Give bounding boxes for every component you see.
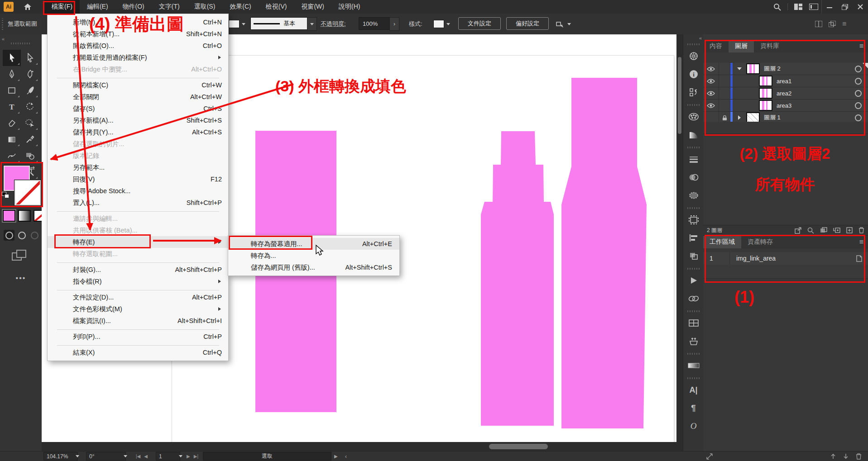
submenu-item[interactable]: 轉存為... xyxy=(228,250,399,261)
visibility-toggle[interactable] xyxy=(703,100,719,111)
layer-thumbnail[interactable] xyxy=(759,76,772,86)
submenu-item[interactable]: 轉存為螢幕適用... Alt+Ctrl+E xyxy=(228,238,399,250)
layer-row[interactable]: area2 xyxy=(703,87,868,100)
target-circle[interactable] xyxy=(855,114,862,121)
target-circle[interactable] xyxy=(855,102,862,109)
artboard-page-icon[interactable] xyxy=(855,255,863,262)
opacity-field[interactable]: 100% xyxy=(359,17,392,30)
move-up-icon[interactable] xyxy=(830,453,836,459)
document-setup-button[interactable]: 文件設定 xyxy=(458,17,501,30)
vertical-scrollbar-thumb[interactable] xyxy=(678,57,681,134)
menu-item[interactable]: 檔案資訊(I)... Alt+Shift+Ctrl+I xyxy=(48,315,228,327)
collapse-toolbar-icon[interactable]: « xyxy=(2,36,5,42)
expand-panels-icon[interactable]: « xyxy=(699,35,702,41)
layer-row[interactable]: area3 xyxy=(703,100,868,112)
new-layer-icon[interactable] xyxy=(846,227,853,233)
lock-toggle[interactable] xyxy=(719,75,730,87)
menubar-item[interactable]: 檢視(V) xyxy=(259,0,294,14)
menu-item[interactable]: 回復(V) F12 xyxy=(48,173,228,185)
tab-libraries[interactable]: 資料庫 xyxy=(754,40,786,52)
gradient-bar-icon[interactable] xyxy=(683,356,704,375)
close-icon[interactable] xyxy=(853,0,868,14)
tab-layers[interactable]: 圖層 xyxy=(729,40,754,52)
menu-item[interactable]: 全部關閉 Alt+Ctrl+W xyxy=(48,91,228,103)
tab-asset-export[interactable]: 資產轉存 xyxy=(741,236,779,248)
type-tool[interactable]: T xyxy=(3,99,21,115)
menu-item[interactable]: 轉存選取範圍... xyxy=(48,248,228,260)
layer-name[interactable]: area2 xyxy=(777,90,855,97)
menu-item[interactable] xyxy=(48,327,228,331)
panel-group-grip[interactable] xyxy=(687,207,700,209)
magenta-bottle-large[interactable] xyxy=(561,78,647,428)
panel-group-grip[interactable] xyxy=(687,353,700,355)
lasso-select-tool[interactable] xyxy=(21,115,39,131)
menubar-item[interactable]: 物件(O) xyxy=(115,0,152,14)
horizontal-scrollbar-thumb[interactable] xyxy=(489,444,548,449)
menu-item[interactable]: 封裝(G)... Alt+Shift+Ctrl+P xyxy=(48,264,228,276)
restore-icon[interactable] xyxy=(837,0,853,14)
curvature-tool[interactable] xyxy=(21,66,39,82)
brush-dropdown-button[interactable] xyxy=(307,17,317,31)
stack-icon[interactable] xyxy=(829,21,836,27)
gradient-fan-icon[interactable] xyxy=(683,126,704,144)
swap-fill-stroke-icon[interactable]: ⇄ xyxy=(30,165,35,171)
tab-content[interactable]: 內容 xyxy=(703,40,729,52)
clip-mask-icon[interactable] xyxy=(820,227,827,233)
menu-icon[interactable]: ≡ xyxy=(842,20,846,28)
eraser-tool[interactable] xyxy=(3,115,21,131)
screen-mode-button[interactable] xyxy=(12,250,25,261)
transparency-icon[interactable] xyxy=(683,168,704,186)
menubar-item[interactable]: 選取(S) xyxy=(187,0,223,14)
panel-group-grip[interactable] xyxy=(687,147,700,148)
paintbrush-tool[interactable] xyxy=(21,82,39,99)
visibility-toggle[interactable] xyxy=(703,75,719,87)
expand-chevron[interactable] xyxy=(738,115,741,120)
menu-item[interactable] xyxy=(48,209,228,213)
menu-item[interactable]: 儲存選取的切片... xyxy=(48,138,228,150)
resize-panel-icon[interactable] xyxy=(706,453,713,460)
menu-item[interactable]: 列印(P)... Ctrl+P xyxy=(48,331,228,342)
expand-chevron[interactable] xyxy=(737,67,742,70)
menu-item[interactable]: 儲存(S) Ctrl+S xyxy=(48,103,228,114)
panel-group-grip[interactable] xyxy=(687,268,700,270)
pathfinder-icon[interactable] xyxy=(683,247,704,265)
menubar-item[interactable]: 效果(C) xyxy=(222,0,258,14)
tab-artboards[interactable]: 工作區域 xyxy=(703,236,741,248)
menu-item[interactable]: 搜尋 Adobe Stock... xyxy=(48,185,228,197)
lock-toggle[interactable] xyxy=(719,100,730,111)
align-options-dropdown[interactable] xyxy=(556,17,571,31)
gradient-tool[interactable] xyxy=(3,131,21,147)
transform-icon[interactable] xyxy=(683,83,704,101)
target-circle[interactable] xyxy=(855,90,862,97)
artboards-icon[interactable] xyxy=(683,314,704,332)
menu-item[interactable]: 置入(L)... Shift+Ctrl+P xyxy=(48,197,228,209)
new-sublayer-icon[interactable] xyxy=(833,227,840,233)
collect-export-icon[interactable] xyxy=(795,227,801,234)
width-tool[interactable] xyxy=(3,147,21,164)
menu-item[interactable]: 結束(X) Ctrl+Q xyxy=(48,347,228,358)
layer-row[interactable]: 圖層 2 xyxy=(703,63,868,75)
trash-icon[interactable] xyxy=(856,453,862,460)
zoom-dropdown-icon[interactable] xyxy=(73,452,79,461)
menu-item[interactable]: 版本記錄 xyxy=(48,150,228,162)
menu-item[interactable]: 文件設定(D)... Alt+Ctrl+P xyxy=(48,291,228,303)
graphic-style-dropdown[interactable] xyxy=(433,17,450,31)
menu-item[interactable]: 共用以供審核 (Beta)... xyxy=(48,224,228,236)
draw-inside-mode[interactable] xyxy=(29,230,40,241)
last-artboard-icon[interactable]: ▶| xyxy=(194,454,198,459)
direct-selection-tool[interactable] xyxy=(21,50,39,66)
actions-icon[interactable] xyxy=(683,271,704,290)
grid-icon[interactable] xyxy=(815,21,822,27)
menubar-item[interactable]: 檔案(F) xyxy=(44,0,80,14)
draw-behind-mode[interactable] xyxy=(16,230,27,241)
status-play-icon[interactable]: ▶ xyxy=(334,452,338,461)
arrange-documents-icon[interactable] xyxy=(806,0,821,14)
edit-toolbar-button[interactable]: ••• xyxy=(0,274,42,282)
rotation-dropdown-icon[interactable] xyxy=(121,452,127,461)
opacity-expand-button[interactable]: › xyxy=(389,17,399,31)
first-artboard-icon[interactable]: |◀ xyxy=(136,454,140,459)
stroke-swatch[interactable] xyxy=(14,180,41,205)
search-icon[interactable] xyxy=(769,0,785,14)
pattern-icon[interactable] xyxy=(683,211,704,229)
delete-icon[interactable] xyxy=(858,227,864,233)
